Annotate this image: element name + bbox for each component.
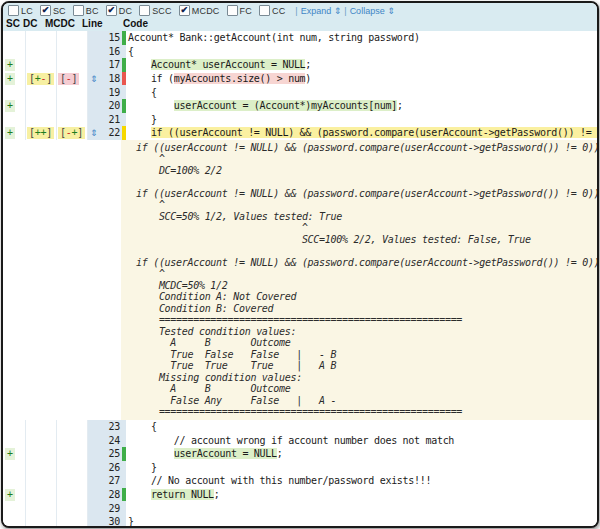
coverage-detail-line: False Any False | A - <box>136 395 597 407</box>
coverage-checkbox-cc[interactable] <box>259 5 270 16</box>
code-highlight-green: return NULL <box>151 489 214 500</box>
code-cell: { <box>126 45 597 59</box>
code-text <box>128 100 174 111</box>
collapse-all-link[interactable]: Collapse ⇕ <box>350 6 395 16</box>
collapse-arrows-icon: ⇕ <box>387 6 395 16</box>
code-text <box>128 448 174 459</box>
coverage-detail-line: ^ <box>136 268 597 280</box>
coverage-checkbox-dc[interactable] <box>106 5 117 16</box>
sc-coverage-cell <box>3 420 26 434</box>
coverage-marker-dc: [+-] <box>27 73 54 85</box>
line-number: 29 <box>109 503 126 514</box>
line-number: 16 <box>109 46 126 57</box>
line-number-cell: 21 <box>88 113 126 127</box>
expand-toggle-icon[interactable]: ⇕ <box>90 126 98 140</box>
code-cell: } <box>126 515 597 528</box>
sc-coverage-cell <box>3 433 26 447</box>
coverage-checkbox-group-bc: BC <box>73 5 99 16</box>
mcdc-coverage-cell <box>57 420 88 434</box>
code-coverage-grid: 15Account* Bank::getAccount(int num, str… <box>3 31 597 528</box>
toolbar-separator: | <box>295 6 297 16</box>
coverage-marker-mcdc: [-] <box>58 73 79 85</box>
dc-coverage-cell <box>26 515 57 528</box>
coverage-checkbox-mcdc[interactable] <box>179 5 190 16</box>
coverage-detail-line: ========================================… <box>136 406 597 418</box>
line-number: 21 <box>109 114 126 125</box>
coverage-detail-line: if ((userAccount != NULL) && (password.c… <box>136 142 597 154</box>
sc-coverage-cell: + <box>3 447 26 461</box>
code-text: { <box>128 46 134 57</box>
mcdc-coverage-cell: [-+] <box>57 126 88 140</box>
coverage-detail-line: Condition A: Not Covered <box>136 291 597 303</box>
code-cell: Account* userAccount = NULL; <box>126 58 597 72</box>
coverage-detail-line: SCC=50% 1/2, Values tested: True <box>136 211 597 223</box>
code-line-row-20: +20 userAccount = (Account*)myAccounts[n… <box>3 99 597 113</box>
code-line-row-22: +[++][-+]⇕22 if ((userAccount != NULL) &… <box>3 126 597 140</box>
line-number-cell: 24 <box>88 433 126 447</box>
coverage-checkbox-fc[interactable] <box>227 5 238 16</box>
coverage-detail-line: A B Outcome <box>136 337 597 349</box>
coverage-marker-sc: + <box>5 100 15 112</box>
sc-coverage-cell <box>3 501 26 515</box>
coverage-detail-line <box>136 245 597 257</box>
coverage-detail-line: True True True | A B <box>136 360 597 372</box>
code-line-row-30: 30} <box>3 515 597 528</box>
code-text <box>128 489 151 500</box>
coverage-checkbox-bc[interactable] <box>73 5 84 16</box>
sc-coverage-cell <box>3 113 26 127</box>
line-number-cell: 27 <box>88 474 126 488</box>
coverage-detail-line: ========================================… <box>136 314 597 326</box>
line-number-cell: 23 <box>88 420 126 434</box>
code-cell: } <box>126 461 597 475</box>
coverage-checkbox-group-scc: SCC <box>139 5 172 16</box>
mcdc-coverage-cell: [-] <box>57 72 88 86</box>
coverage-detail-line: if ((userAccount != NULL) && (password.c… <box>136 188 597 200</box>
code-cell: // No account with this number/password … <box>126 474 597 488</box>
line-number-cell: 29 <box>88 501 126 515</box>
coverage-checkbox-group: LCSCBCDCSCCMCDCFCCC <box>8 5 292 16</box>
column-header-code: Code <box>123 18 148 29</box>
code-line-row-27: 27 // No account with this number/passwo… <box>3 474 597 488</box>
expand-all-link[interactable]: Expand ⇕ <box>301 6 342 16</box>
mcdc-coverage-cell <box>57 433 88 447</box>
code-line-row-17: +17 Account* userAccount = NULL; <box>3 58 597 72</box>
line-number-cell: 20 <box>88 99 126 113</box>
code-cell: } <box>126 113 597 127</box>
mcdc-coverage-cell <box>57 447 88 461</box>
coverage-checkbox-sc[interactable] <box>40 5 51 16</box>
code-text: Account* Bank::getAccount(int num, strin… <box>128 32 420 43</box>
coverage-checkbox-label-cc: CC <box>272 6 285 16</box>
code-cell: return NULL; <box>126 488 597 502</box>
coverage-checkbox-label-fc: FC <box>240 6 252 16</box>
sc-coverage-cell: + <box>3 126 26 140</box>
line-number-cell: 26 <box>88 461 126 475</box>
column-header-row: SC DC MCDC Line Code <box>3 17 597 31</box>
expand-toggle-icon[interactable]: ⇕ <box>90 72 98 86</box>
code-line-row-21: 21 } <box>3 113 597 127</box>
expand-arrows-icon: ⇕ <box>334 6 342 16</box>
coverage-checkbox-scc[interactable] <box>139 5 150 16</box>
code-text: // account wrong if account number does … <box>128 435 454 446</box>
code-highlight-yellow: if ((userAccount != NULL) && (password.c… <box>151 127 597 138</box>
code-text: ) <box>305 73 311 84</box>
dc-coverage-cell <box>26 501 57 515</box>
code-cell: if ((userAccount != NULL) && (password.c… <box>126 126 597 140</box>
coverage-checkbox-lc[interactable] <box>8 5 19 16</box>
sc-coverage-cell: + <box>3 58 26 72</box>
line-number-cell: 15 <box>88 31 126 45</box>
coverage-marker-sc: + <box>5 448 15 460</box>
code-text: } <box>128 516 134 527</box>
code-line-row-16: 16{ <box>3 45 597 59</box>
coverage-marker-sc: + <box>5 127 15 139</box>
toolbar-separator: | <box>344 6 346 16</box>
coverage-report-window: LCSCBCDCSCCMCDCFCCC | Expand ⇕ | Collaps… <box>1 1 599 528</box>
line-number-cell: ⇕18 <box>88 72 126 86</box>
line-number: 23 <box>109 421 126 432</box>
line-number-cell: 17 <box>88 58 126 72</box>
line-number-cell: 30 <box>88 515 126 528</box>
coverage-detail-line: Missing condition values: <box>136 372 597 384</box>
code-text: if ( <box>128 73 174 84</box>
dc-coverage-cell: [+-] <box>26 72 57 86</box>
code-text: ; <box>277 448 283 459</box>
line-number-cell: ⇕22 <box>88 126 126 140</box>
